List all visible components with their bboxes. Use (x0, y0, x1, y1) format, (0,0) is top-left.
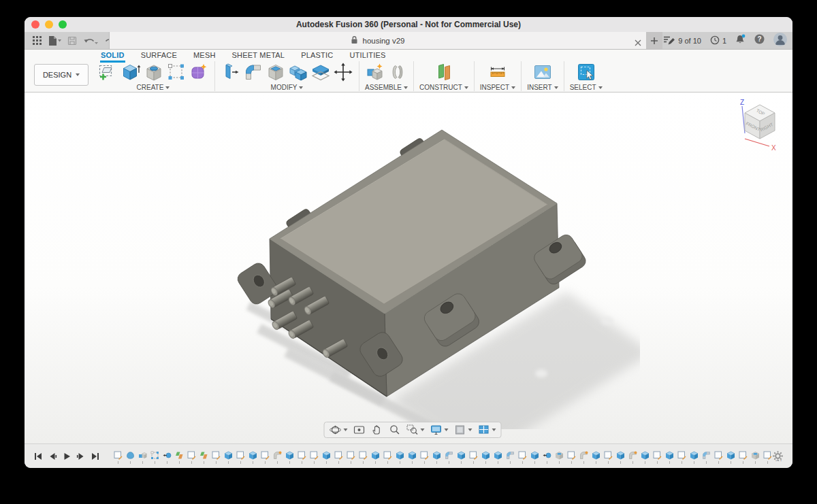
timeline-feature-extrude[interactable] (430, 451, 443, 464)
timeline-feature-fillet[interactable] (626, 451, 639, 464)
fillet-icon[interactable] (243, 62, 263, 82)
help-icon[interactable]: ? (754, 34, 765, 47)
go-to-start-button[interactable] (33, 451, 44, 462)
timeline-feature-form[interactable] (124, 451, 136, 464)
timeline-feature-fillet2[interactable] (504, 451, 516, 464)
timeline-feature-move[interactable] (161, 451, 173, 464)
new-tab-button[interactable] (646, 32, 662, 49)
timeline-feature-extrude[interactable] (455, 451, 467, 464)
pan-icon[interactable] (371, 424, 383, 436)
measure-icon[interactable] (487, 62, 508, 82)
joint-icon[interactable] (387, 62, 408, 82)
model-housing[interactable] (231, 123, 640, 429)
timeline-feature-sketch[interactable] (418, 451, 430, 464)
timeline-feature-sketch[interactable] (565, 451, 577, 464)
new-component-icon[interactable] (365, 62, 385, 82)
timeline-feature-sketch[interactable] (210, 451, 222, 464)
zoom-window-icon[interactable] (406, 424, 425, 436)
timeline-feature-extrude[interactable] (320, 451, 332, 464)
timeline-feature-hole[interactable] (749, 451, 761, 464)
grid-settings-icon[interactable] (454, 424, 472, 436)
timeline-feature-sketch[interactable] (737, 451, 749, 464)
group-label-modify[interactable]: MODIFY (271, 84, 304, 91)
go-to-end-button[interactable] (90, 451, 101, 462)
gear-icon[interactable] (772, 450, 784, 465)
timeline-feature-extrude[interactable] (222, 451, 234, 464)
view-cube[interactable]: TOP FRONT RIGHT Z X (731, 98, 784, 154)
timeline-feature-sketch[interactable] (185, 451, 197, 464)
step-back-button[interactable] (47, 451, 58, 462)
group-label-select[interactable]: SELECT (570, 84, 603, 91)
hole-icon[interactable] (144, 62, 164, 82)
display-settings-icon[interactable] (430, 424, 449, 436)
notifications-bell-icon[interactable] (735, 34, 746, 47)
insert-image-icon[interactable] (532, 62, 553, 82)
timeline-feature-hole[interactable] (553, 451, 565, 464)
close-window-button[interactable] (31, 20, 39, 29)
timeline-feature-sketch[interactable] (332, 451, 345, 464)
offset-face-icon[interactable] (310, 62, 331, 82)
move-icon[interactable] (333, 62, 353, 82)
timeline-feature-sketch[interactable] (602, 451, 614, 464)
timeline-feature-move[interactable] (541, 451, 553, 464)
pattern-icon[interactable] (166, 62, 187, 82)
timeline-feature-extrude[interactable] (663, 451, 675, 464)
timeline-feature-extrude[interactable] (479, 451, 492, 464)
timeline-feature-sketch[interactable] (308, 451, 320, 464)
create-form-icon[interactable] (189, 62, 209, 82)
job-status[interactable]: 1 (710, 35, 726, 46)
select-icon[interactable] (576, 62, 596, 82)
timeline-feature-sketch[interactable] (651, 451, 663, 464)
timeline-feature-extrude[interactable] (724, 451, 737, 464)
timeline-feature-sketch[interactable] (467, 451, 479, 464)
timeline-feature-extrude[interactable] (492, 451, 504, 464)
undo-icon[interactable] (83, 36, 98, 45)
group-label-assemble[interactable]: ASSEMBLE (365, 84, 408, 91)
avatar[interactable] (773, 33, 787, 49)
timeline-feature-fillet[interactable] (577, 451, 590, 464)
minimize-window-button[interactable] (45, 20, 53, 29)
timeline-feature-extrude[interactable] (369, 451, 381, 464)
timeline-feature-pattern[interactable] (148, 451, 161, 464)
document-tab[interactable]: housing v29 (109, 32, 647, 49)
viewports-icon[interactable] (478, 424, 496, 436)
timeline-feature-component[interactable] (136, 451, 148, 464)
shell-icon[interactable] (266, 62, 286, 82)
combine-icon[interactable] (288, 62, 308, 82)
timeline-feature-extrude[interactable] (688, 451, 700, 464)
file-new-icon[interactable] (48, 35, 61, 46)
step-forward-button[interactable] (76, 451, 86, 462)
create-sketch-icon[interactable] (97, 62, 118, 82)
timeline-feature-fillet[interactable] (271, 451, 283, 464)
orbit-icon[interactable] (330, 424, 348, 436)
timeline-feature-sketch[interactable] (259, 451, 271, 464)
timeline-feature-sketch[interactable] (357, 451, 369, 464)
group-label-insert[interactable]: INSERT (527, 84, 558, 91)
group-label-construct[interactable]: CONSTRUCT (419, 84, 468, 91)
timeline-feature-fillet2[interactable] (443, 451, 455, 464)
version-status[interactable]: 9 of 10 (663, 35, 701, 46)
close-tab-icon[interactable] (635, 37, 641, 49)
zoom-icon[interactable] (389, 424, 401, 436)
timeline-feature-extrude[interactable] (283, 451, 295, 464)
viewport-canvas[interactable]: TOP FRONT RIGHT Z X (25, 93, 792, 443)
zoom-window-button[interactable] (59, 20, 67, 29)
timeline-feature-extrude[interactable] (246, 451, 259, 464)
construct-plane-icon[interactable] (434, 62, 454, 82)
timeline-feature-sketch[interactable] (381, 451, 394, 464)
app-grid-icon[interactable] (33, 36, 42, 45)
extrude-icon[interactable] (120, 62, 142, 82)
timeline-feature-sketch[interactable] (234, 451, 246, 464)
timeline-feature-extrude[interactable] (614, 451, 626, 464)
design-menu-button[interactable]: DESIGN (34, 64, 89, 86)
timeline-feature-sketch[interactable] (712, 451, 724, 464)
save-icon[interactable] (67, 36, 77, 46)
timeline-feature-sketch[interactable] (112, 451, 124, 464)
timeline-feature-extrude[interactable] (528, 451, 541, 464)
group-label-inspect[interactable]: INSPECT (480, 84, 515, 91)
timeline-feature-sketch[interactable] (516, 451, 528, 464)
group-label-create[interactable]: CREATE (137, 84, 170, 91)
timeline-feature-fillet2[interactable] (700, 451, 712, 464)
timeline-feature-extrude[interactable] (394, 451, 406, 464)
timeline-feature-plane[interactable] (197, 451, 210, 464)
